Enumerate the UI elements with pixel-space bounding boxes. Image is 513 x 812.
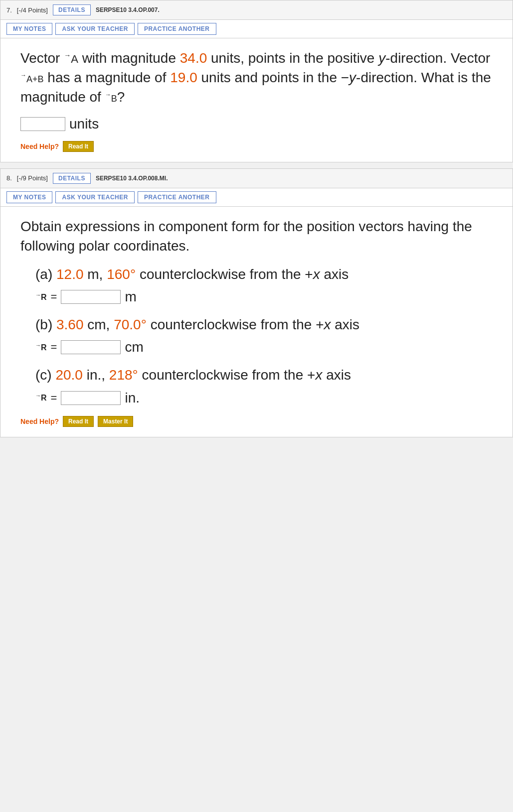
sub-b-unit: cm <box>125 339 143 355</box>
question-8-content: Obtain expressions in component form for… <box>0 207 513 437</box>
sub-c-text: counterclockwise from the +x axis <box>142 367 351 383</box>
question-7-header: 7. [-/4 Points] DETAILS SERPSE10 3.4.OP.… <box>0 0 513 20</box>
sub-question-a-text: (a) 12.0 m, 160° counterclockwise from t… <box>35 265 498 284</box>
sub-b-value2: 70.0° <box>114 317 147 332</box>
question-8-need-help-row: Need Help? Read It Master It <box>20 416 498 427</box>
practice-another-button-8[interactable]: PRACTICE ANOTHER <box>138 191 216 203</box>
sub-question-a: (a) 12.0 m, 160° counterclockwise from t… <box>35 265 498 305</box>
sub-question-c-answer-row: →R = in. <box>35 390 498 406</box>
sub-a-unit: m <box>125 289 136 305</box>
question-7-action-bar: MY NOTES ASK YOUR TEACHER PRACTICE ANOTH… <box>0 20 513 38</box>
question-8-header: 8. [-/9 Points] DETAILS SERPSE10 3.4.OP.… <box>0 169 513 188</box>
value-19: 19.0 <box>170 70 197 85</box>
question-8-details-button[interactable]: DETAILS <box>53 173 91 184</box>
question-7-details-button[interactable]: DETAILS <box>53 4 91 15</box>
sub-b-text: counterclockwise from the +x axis <box>151 317 359 332</box>
question-8: 8. [-/9 Points] DETAILS SERPSE10 3.4.OP.… <box>0 168 513 437</box>
question-7-need-help-label: Need Help? <box>20 142 59 150</box>
eq-sign-b: = <box>51 341 57 354</box>
question-7-code: SERPSE10 3.4.OP.007. <box>96 6 160 13</box>
question-7-need-help-row: Need Help? Read It <box>20 141 498 152</box>
question-7-answer-input[interactable] <box>20 117 65 131</box>
sub-c-label: (c) <box>35 367 52 383</box>
sub-question-a-answer-row: →R = m <box>35 289 498 305</box>
sub-question-c: (c) 20.0 in., 218° counterclockwise from… <box>35 365 498 406</box>
read-it-button-7[interactable]: Read It <box>63 141 94 152</box>
sub-c-value2: 218° <box>109 367 138 383</box>
sub-b-answer-input[interactable] <box>61 340 121 354</box>
sub-a-label: (a) <box>35 267 52 282</box>
sub-b-unit1: cm, <box>87 317 110 332</box>
r-vector-label-b: →R <box>35 342 47 352</box>
sub-a-answer-input[interactable] <box>61 290 121 304</box>
question-8-intro: Obtain expressions in component form for… <box>20 217 498 256</box>
read-it-button-8[interactable]: Read It <box>63 416 94 427</box>
value-34: 34.0 <box>180 50 207 66</box>
my-notes-button-7[interactable]: MY NOTES <box>6 23 52 35</box>
sub-a-value1: 12.0 <box>56 267 84 282</box>
sub-c-unit1: in., <box>87 367 105 383</box>
ask-teacher-button-7[interactable]: ASK YOUR TEACHER <box>55 23 134 35</box>
sub-b-value1: 3.60 <box>56 317 84 332</box>
question-8-action-bar: MY NOTES ASK YOUR TEACHER PRACTICE ANOTH… <box>0 188 513 207</box>
sub-c-value1: 20.0 <box>55 367 83 383</box>
sub-b-label: (b) <box>35 317 52 332</box>
sub-question-b: (b) 3.60 cm, 70.0° counterclockwise from… <box>35 315 498 355</box>
sub-c-unit: in. <box>125 390 140 406</box>
question-7-points: [-/4 Points] <box>17 6 48 14</box>
question-8-code: SERPSE10 3.4.OP.008.MI. <box>96 175 168 182</box>
question-7: 7. [-/4 Points] DETAILS SERPSE10 3.4.OP.… <box>0 0 513 162</box>
sub-a-text: counterclockwise from the +x axis <box>140 267 348 282</box>
sub-question-b-answer-row: →R = cm <box>35 339 498 355</box>
ask-teacher-button-8[interactable]: ASK YOUR TEACHER <box>55 191 134 203</box>
question-8-number: 8. <box>6 174 12 182</box>
question-7-number: 7. <box>6 6 12 14</box>
sub-question-c-text: (c) 20.0 in., 218° counterclockwise from… <box>35 365 498 385</box>
r-vector-label-c: →R <box>35 393 47 403</box>
master-it-button-8[interactable]: Master It <box>98 416 133 427</box>
sub-a-unit1: m, <box>87 267 103 282</box>
practice-another-button-7[interactable]: PRACTICE ANOTHER <box>138 23 216 35</box>
question-8-need-help-label: Need Help? <box>20 417 59 425</box>
question-8-points: [-/9 Points] <box>17 174 48 182</box>
my-notes-button-8[interactable]: MY NOTES <box>6 191 52 203</box>
sub-c-answer-input[interactable] <box>61 391 121 405</box>
sub-a-value2: 160° <box>107 267 136 282</box>
r-vector-label-a: →R <box>35 292 47 302</box>
question-7-unit: units <box>69 116 99 132</box>
question-7-content: Vector →A with magnitude 34.0 units, poi… <box>0 38 513 162</box>
eq-sign-a: = <box>51 290 57 303</box>
question-7-text: Vector →A with magnitude 34.0 units, poi… <box>20 48 498 107</box>
eq-sign-c: = <box>51 392 57 405</box>
question-7-answer-row: units <box>20 116 498 132</box>
sub-question-b-text: (b) 3.60 cm, 70.0° counterclockwise from… <box>35 315 498 334</box>
